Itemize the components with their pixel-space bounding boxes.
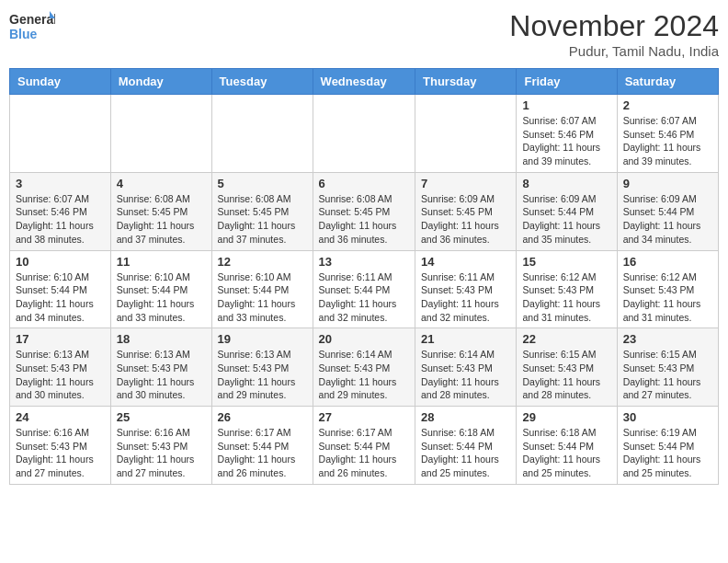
weekday-tuesday: Tuesday xyxy=(211,69,313,95)
day-number: 25 xyxy=(117,410,206,424)
calendar-cell: 4Sunrise: 6:08 AMSunset: 5:45 PMDaylight… xyxy=(110,172,211,250)
day-number: 2 xyxy=(623,98,712,112)
calendar-cell: 2Sunrise: 6:07 AMSunset: 5:46 PMDaylight… xyxy=(617,95,718,173)
calendar-table: SundayMondayTuesdayWednesdayThursdayFrid… xyxy=(9,68,719,485)
day-number: 12 xyxy=(218,255,307,269)
day-number: 24 xyxy=(16,410,105,424)
weekday-thursday: Thursday xyxy=(415,69,517,95)
title-section: November 2024 Pudur, Tamil Nadu, India xyxy=(509,9,719,59)
calendar-cell: 8Sunrise: 6:09 AMSunset: 5:44 PMDaylight… xyxy=(517,172,617,250)
calendar-cell: 28Sunrise: 6:18 AMSunset: 5:44 PMDayligh… xyxy=(415,407,517,485)
day-info: Sunrise: 6:07 AMSunset: 5:46 PMDaylight:… xyxy=(522,114,610,168)
day-number: 5 xyxy=(218,177,307,190)
day-number: 17 xyxy=(16,332,105,346)
calendar-cell: 23Sunrise: 6:15 AMSunset: 5:43 PMDayligh… xyxy=(617,328,718,407)
calendar-cell xyxy=(211,95,313,173)
svg-text:Blue: Blue xyxy=(9,27,38,41)
day-number: 22 xyxy=(522,332,610,346)
day-number: 16 xyxy=(623,255,712,269)
day-info: Sunrise: 6:15 AMSunset: 5:43 PMDaylight:… xyxy=(522,348,610,402)
calendar-cell: 11Sunrise: 6:10 AMSunset: 5:44 PMDayligh… xyxy=(110,250,211,328)
day-info: Sunrise: 6:09 AMSunset: 5:45 PMDaylight:… xyxy=(421,192,510,247)
day-info: Sunrise: 6:13 AMSunset: 5:43 PMDaylight:… xyxy=(218,348,307,402)
calendar-cell: 16Sunrise: 6:12 AMSunset: 5:43 PMDayligh… xyxy=(617,250,718,328)
day-info: Sunrise: 6:13 AMSunset: 5:43 PMDaylight:… xyxy=(16,348,105,402)
day-info: Sunrise: 6:12 AMSunset: 5:43 PMDaylight:… xyxy=(522,270,610,325)
calendar-cell xyxy=(110,95,211,173)
calendar-cell: 13Sunrise: 6:11 AMSunset: 5:44 PMDayligh… xyxy=(313,250,415,328)
day-info: Sunrise: 6:18 AMSunset: 5:44 PMDaylight:… xyxy=(522,426,610,480)
calendar-header: SundayMondayTuesdayWednesdayThursdayFrid… xyxy=(10,69,719,95)
day-number: 1 xyxy=(522,98,610,112)
calendar-cell: 1Sunrise: 6:07 AMSunset: 5:46 PMDaylight… xyxy=(517,95,617,173)
calendar-cell: 27Sunrise: 6:17 AMSunset: 5:44 PMDayligh… xyxy=(313,407,415,485)
calendar-cell: 9Sunrise: 6:09 AMSunset: 5:44 PMDaylight… xyxy=(617,172,718,250)
calendar-cell: 24Sunrise: 6:16 AMSunset: 5:43 PMDayligh… xyxy=(10,407,111,485)
day-info: Sunrise: 6:16 AMSunset: 5:43 PMDaylight:… xyxy=(117,426,206,480)
calendar-week-1: 3Sunrise: 6:07 AMSunset: 5:46 PMDaylight… xyxy=(10,172,719,250)
day-info: Sunrise: 6:18 AMSunset: 5:44 PMDaylight:… xyxy=(421,426,510,480)
day-info: Sunrise: 6:07 AMSunset: 5:46 PMDaylight:… xyxy=(16,192,105,247)
weekday-friday: Friday xyxy=(517,69,617,95)
svg-text:General: General xyxy=(9,12,55,27)
calendar-cell: 25Sunrise: 6:16 AMSunset: 5:43 PMDayligh… xyxy=(110,407,211,485)
calendar-cell: 22Sunrise: 6:15 AMSunset: 5:43 PMDayligh… xyxy=(517,328,617,407)
day-info: Sunrise: 6:19 AMSunset: 5:44 PMDaylight:… xyxy=(623,426,712,480)
day-info: Sunrise: 6:17 AMSunset: 5:44 PMDaylight:… xyxy=(218,426,307,480)
calendar-week-3: 17Sunrise: 6:13 AMSunset: 5:43 PMDayligh… xyxy=(10,328,719,407)
day-info: Sunrise: 6:13 AMSunset: 5:43 PMDaylight:… xyxy=(117,348,206,402)
weekday-sunday: Sunday xyxy=(10,69,111,95)
day-info: Sunrise: 6:16 AMSunset: 5:43 PMDaylight:… xyxy=(16,426,105,480)
day-info: Sunrise: 6:14 AMSunset: 5:43 PMDaylight:… xyxy=(319,348,409,402)
calendar-week-4: 24Sunrise: 6:16 AMSunset: 5:43 PMDayligh… xyxy=(10,407,719,485)
calendar-cell: 30Sunrise: 6:19 AMSunset: 5:44 PMDayligh… xyxy=(617,407,718,485)
day-number: 11 xyxy=(117,255,206,269)
day-number: 27 xyxy=(319,410,409,424)
day-info: Sunrise: 6:07 AMSunset: 5:46 PMDaylight:… xyxy=(623,114,712,168)
day-number: 18 xyxy=(117,332,206,346)
day-number: 15 xyxy=(522,255,610,269)
calendar-body: 1Sunrise: 6:07 AMSunset: 5:46 PMDaylight… xyxy=(10,95,719,485)
day-number: 6 xyxy=(319,177,409,190)
day-number: 8 xyxy=(522,177,610,190)
calendar-week-2: 10Sunrise: 6:10 AMSunset: 5:44 PMDayligh… xyxy=(10,250,719,328)
day-number: 10 xyxy=(16,255,105,269)
day-info: Sunrise: 6:11 AMSunset: 5:43 PMDaylight:… xyxy=(421,270,510,325)
calendar-cell: 12Sunrise: 6:10 AMSunset: 5:44 PMDayligh… xyxy=(211,250,313,328)
day-info: Sunrise: 6:14 AMSunset: 5:43 PMDaylight:… xyxy=(421,348,510,402)
calendar-cell: 15Sunrise: 6:12 AMSunset: 5:43 PMDayligh… xyxy=(517,250,617,328)
day-info: Sunrise: 6:11 AMSunset: 5:44 PMDaylight:… xyxy=(319,270,409,325)
day-number: 7 xyxy=(421,177,510,190)
day-info: Sunrise: 6:08 AMSunset: 5:45 PMDaylight:… xyxy=(319,192,409,247)
day-number: 9 xyxy=(623,177,712,190)
day-number: 28 xyxy=(421,410,510,424)
page-header: General Blue November 2024 Pudur, Tamil … xyxy=(9,9,719,59)
day-number: 21 xyxy=(421,332,510,346)
calendar-cell: 7Sunrise: 6:09 AMSunset: 5:45 PMDaylight… xyxy=(415,172,517,250)
calendar-cell: 6Sunrise: 6:08 AMSunset: 5:45 PMDaylight… xyxy=(313,172,415,250)
day-info: Sunrise: 6:15 AMSunset: 5:43 PMDaylight:… xyxy=(623,348,712,402)
day-number: 23 xyxy=(623,332,712,346)
calendar-cell xyxy=(10,95,111,173)
calendar-cell: 18Sunrise: 6:13 AMSunset: 5:43 PMDayligh… xyxy=(110,328,211,407)
day-info: Sunrise: 6:10 AMSunset: 5:44 PMDaylight:… xyxy=(117,270,206,325)
day-number: 29 xyxy=(522,410,610,424)
day-number: 4 xyxy=(117,177,206,190)
calendar-cell: 3Sunrise: 6:07 AMSunset: 5:46 PMDaylight… xyxy=(10,172,111,250)
day-number: 3 xyxy=(16,177,105,190)
day-info: Sunrise: 6:10 AMSunset: 5:44 PMDaylight:… xyxy=(16,270,105,325)
day-info: Sunrise: 6:09 AMSunset: 5:44 PMDaylight:… xyxy=(623,192,712,247)
calendar-week-0: 1Sunrise: 6:07 AMSunset: 5:46 PMDaylight… xyxy=(10,95,719,173)
calendar-cell: 5Sunrise: 6:08 AMSunset: 5:45 PMDaylight… xyxy=(211,172,313,250)
calendar-cell: 10Sunrise: 6:10 AMSunset: 5:44 PMDayligh… xyxy=(10,250,111,328)
calendar-cell xyxy=(313,95,415,173)
logo: General Blue xyxy=(9,9,55,48)
calendar-cell: 20Sunrise: 6:14 AMSunset: 5:43 PMDayligh… xyxy=(313,328,415,407)
day-number: 26 xyxy=(218,410,307,424)
calendar-cell: 14Sunrise: 6:11 AMSunset: 5:43 PMDayligh… xyxy=(415,250,517,328)
day-info: Sunrise: 6:08 AMSunset: 5:45 PMDaylight:… xyxy=(218,192,307,247)
weekday-saturday: Saturday xyxy=(617,69,718,95)
weekday-monday: Monday xyxy=(110,69,211,95)
month-title: November 2024 xyxy=(509,9,719,43)
logo-svg: General Blue xyxy=(9,9,55,48)
